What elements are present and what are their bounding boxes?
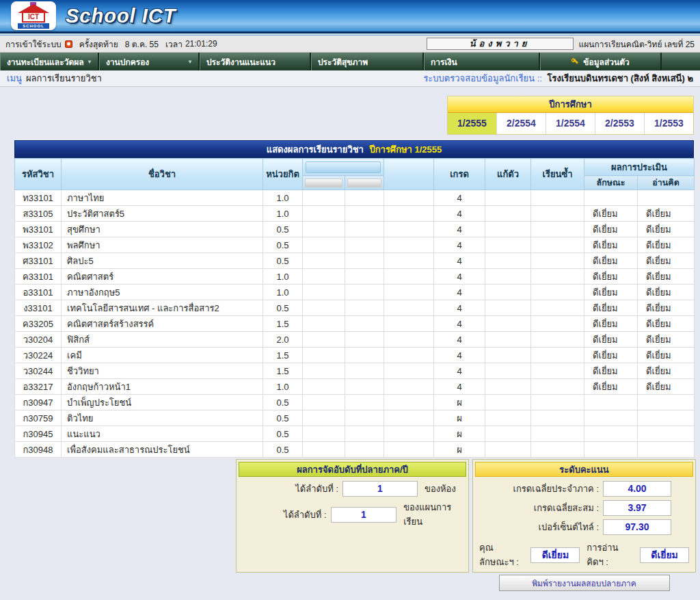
subject-name-cell: อังกฤษก้าวหน้า1 — [62, 379, 263, 395]
blank-cell — [345, 348, 384, 363]
menu-item-registrar[interactable]: งานทะเบียนและวัดผล ▼ — [0, 53, 99, 70]
trait-label: คุณลักษณะฯ : — [479, 540, 527, 569]
year-tab-1-2553[interactable]: 1/2553 — [645, 113, 693, 134]
sub-header-blank-1 — [303, 176, 345, 190]
retake-cell — [485, 190, 531, 206]
reading-evaluation-cell: ดีเยี่ยม — [638, 253, 695, 269]
trait-value: ดีเยี่ยม — [530, 547, 580, 563]
menu-item-health[interactable]: ประวัติสุขภาพ — [311, 53, 424, 70]
repeat-cell — [531, 206, 584, 222]
blank-cell — [384, 348, 434, 363]
chevron-down-icon: ▼ — [187, 59, 193, 65]
academic-year-selector: ปีการศึกษา 1/2555 2/2554 1/2554 2/2553 1… — [447, 96, 694, 135]
subject-name-cell: เคมี — [62, 348, 263, 363]
blank-sub-bar — [305, 179, 342, 187]
grade-cell: 4 — [434, 332, 485, 348]
grade-cell: ผ — [434, 395, 485, 410]
retake-cell — [485, 363, 531, 379]
blank-cell — [345, 442, 384, 458]
blank-cell — [384, 269, 434, 285]
table-row: ว30204 ฟิสิกส์ 2.0 4 ดีเยี่ยม ดีเยี่ยม — [15, 332, 695, 348]
retake-cell — [485, 395, 531, 410]
year-tab-1-2555[interactable]: 1/2555 — [448, 113, 497, 134]
student-info-area: น้องพวาย แผนการเรียนคณิต-วิทย์ เลขที่ 25 — [427, 38, 695, 51]
menu-item-personal-info[interactable]: ข้อมูลส่วนตัว — [540, 53, 662, 70]
menu-item-label: งานปกครอง — [106, 55, 149, 68]
blank-cell — [303, 300, 345, 316]
year-tab-2-2553[interactable]: 2/2553 — [595, 113, 645, 134]
blank-cell — [303, 363, 345, 379]
blank-cell — [384, 426, 434, 442]
blank-cell — [384, 285, 434, 300]
grade-cell: 4 — [434, 237, 485, 253]
rank-suffix: ของแผนการเรียน — [403, 500, 462, 529]
retake-cell — [485, 410, 531, 426]
grade-cell: 4 — [434, 379, 485, 395]
subject-code-cell: ก30945 — [15, 426, 62, 442]
credits-cell: 1.0 — [263, 269, 303, 285]
col-header-credits: หน่วยกิต — [263, 159, 303, 190]
year-tab-2-2554[interactable]: 2/2554 — [497, 113, 546, 134]
grades-table-title-year: ปีการศึกษา 1/2555 — [369, 144, 442, 155]
login-label: การเข้าใช้ระบบ — [5, 38, 62, 51]
menu-item-guidance[interactable]: ประวัติงานแนะแนว — [200, 53, 311, 70]
table-row: ก30947 บำเพ็ญประโยชน์ 0.5 ผ — [15, 395, 695, 410]
gpa-cumulative-row: เกรดเฉลี่ยสะสม : 3.97 — [479, 500, 689, 516]
col-header-retake: แก้ตัว — [485, 159, 531, 190]
trait-evaluation-cell: ดีเยี่ยม — [584, 222, 638, 237]
blank-cell — [345, 269, 384, 285]
gpa-cumulative-label: เกรดเฉลี่ยสะสม : — [479, 501, 599, 515]
subject-code-cell: ก30947 — [15, 395, 62, 410]
print-report-button[interactable]: พิมพ์รายงานผลสอบปลายภาค — [499, 575, 670, 591]
subject-name-cell: ภาษาไทย — [62, 190, 263, 206]
grades-section: แสดงผลการเรียนรายวิชา ปีการศึกษา 1/2555 … — [14, 140, 694, 458]
table-row: อ33101 ภาษาอังกฤษ5 1.0 4 ดีเยี่ยม ดีเยี่… — [15, 285, 695, 300]
table-row: ว30244 ชีววิทยา 1.5 4 ดีเยี่ยม ดีเยี่ยม — [15, 363, 695, 379]
retake-cell — [485, 442, 531, 458]
blank-cell — [384, 316, 434, 332]
credits-cell: 0.5 — [263, 442, 303, 458]
logo-school-text: SCHOOL — [18, 23, 49, 29]
main-menu-bar: งานทะเบียนและวัดผล ▼ งานปกครอง ▼ ประวัติ… — [0, 53, 700, 70]
credits-cell: 0.5 — [263, 395, 303, 410]
credits-cell: 0.5 — [263, 237, 303, 253]
blank-cell — [303, 285, 345, 300]
trait-evaluation-cell: ดีเยี่ยม — [584, 206, 638, 222]
retake-cell — [485, 348, 531, 363]
year-tab-1-2554[interactable]: 1/2554 — [546, 113, 595, 134]
credits-cell: 1.0 — [263, 190, 303, 206]
reading-evaluation-cell: ดีเยี่ยม — [638, 222, 695, 237]
grades-table-title-text: แสดงผลการเรียนรายวิชา — [267, 144, 364, 155]
grades-table-title: แสดงผลการเรียนรายวิชา ปีการศึกษา 1/2555 — [14, 140, 694, 158]
repeat-cell — [531, 395, 584, 410]
breadcrumb-menu-link[interactable]: เมนู — [7, 71, 22, 86]
subject-name-cell: บำเพ็ญประโยชน์ — [62, 395, 263, 410]
blank-cell — [345, 253, 384, 269]
menu-item-discipline[interactable]: งานปกครอง ▼ — [99, 53, 200, 70]
reading-evaluation-cell: ดีเยี่ยม — [638, 348, 695, 363]
grade-cell: 4 — [434, 285, 485, 300]
credits-cell: 0.5 — [263, 300, 303, 316]
grade-cell: 4 — [434, 222, 485, 237]
grade-cell: 4 — [434, 316, 485, 332]
system-school-info: ระบบตรวจสอบข้อมูลนักเรียน :: โรงเรียนบดิ… — [423, 71, 693, 86]
reading-evaluation-cell: ดีเยี่ยม — [638, 206, 695, 222]
col-header-subject-name: ชื่อวิชา — [62, 159, 263, 190]
reading-evaluation-cell: ดีเยี่ยม — [638, 316, 695, 332]
subject-name-cell: สุขศึกษา — [62, 222, 263, 237]
rank-in-plan-value: 1 — [331, 507, 397, 523]
grade-cell: 4 — [434, 300, 485, 316]
rank-label: ได้ลำดับที่ : — [243, 482, 338, 496]
system-label: ระบบตรวจสอบข้อมูลนักเรียน :: — [423, 73, 542, 83]
gpa-term-value: 4.00 — [603, 481, 671, 497]
table-row: พ33101 สุขศึกษา 0.5 4 ดีเยี่ยม ดีเยี่ยม — [15, 222, 695, 237]
subject-code-cell: ก30759 — [15, 410, 62, 426]
credits-cell: 0.5 — [263, 222, 303, 237]
last-login-date: 8 ต.ค. 55 — [125, 38, 159, 51]
menu-item-finance[interactable]: การเงิน — [424, 53, 540, 70]
retake-cell — [485, 222, 531, 237]
score-level-box: ระดับคะแนน เกรดเฉลี่ยประจำภาค : 4.00 เกร… — [472, 459, 696, 573]
trait-evaluation-cell: ดีเยี่ยม — [584, 269, 638, 285]
credits-cell: 1.0 — [263, 206, 303, 222]
reading-evaluation-cell: ดีเยี่ยม — [638, 237, 695, 253]
